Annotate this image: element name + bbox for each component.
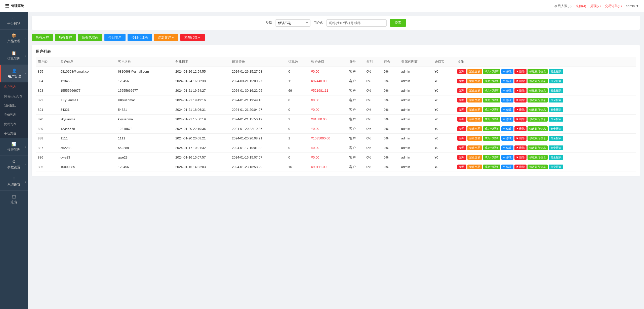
sidebar-item-customer-list[interactable]: 客户列表 [0, 82, 28, 92]
disable-button[interactable]: 禁用 [457, 117, 466, 122]
fund-report-button[interactable]: 资金报表 [549, 155, 563, 160]
bank-info-button[interactable]: 修改银行信息 [528, 136, 548, 141]
make-agent-button[interactable]: 成为代理商 [483, 69, 500, 74]
bank-info-button[interactable]: 修改银行信息 [528, 79, 548, 83]
make-agent-button[interactable]: 成为代理商 [483, 79, 500, 83]
sidebar-item-manual-recharge[interactable]: 手动充值 [0, 129, 28, 138]
sidebar-item-withdraw-list[interactable]: 提现列表 [0, 120, 28, 129]
delete-button[interactable]: ✖ 删除 [514, 88, 527, 93]
edit-button[interactable]: ✏ 修改 [501, 126, 513, 131]
all-users-button[interactable]: 所有用户 [32, 34, 53, 41]
add-customer-button[interactable]: 添加客户＋ [154, 34, 178, 41]
search-input[interactable] [326, 19, 387, 27]
admin-menu[interactable]: admin ▼ [626, 4, 639, 8]
make-agent-button[interactable]: 成为代理商 [483, 88, 500, 93]
fund-report-button[interactable]: 资金报表 [549, 69, 563, 74]
disable-button[interactable]: 禁用 [457, 107, 466, 112]
fund-report-button[interactable]: 资金报表 [549, 165, 563, 169]
add-agent-button[interactable]: 添加代理＋ [180, 34, 205, 41]
edit-button[interactable]: ✏ 修改 [501, 155, 513, 160]
ban-trade-button[interactable]: 禁止交易 [467, 117, 482, 122]
disable-button[interactable]: 禁用 [457, 145, 466, 150]
bank-info-button[interactable]: 修改银行信息 [528, 107, 548, 112]
all-customers-button[interactable]: 所有客户 [55, 34, 76, 41]
make-agent-button[interactable]: 成为代理商 [483, 165, 500, 169]
delete-button[interactable]: ✖ 删除 [514, 98, 527, 102]
search-button[interactable]: 搜索 [390, 19, 406, 27]
sidebar-item-report[interactable]: 📊 报表管理 › [0, 138, 28, 156]
disable-button[interactable]: 禁用 [457, 98, 466, 102]
edit-button[interactable]: ✏ 修改 [501, 117, 513, 122]
disable-button[interactable]: 禁用 [457, 79, 466, 83]
edit-button[interactable]: ✏ 修改 [501, 136, 513, 141]
today-agents-button[interactable]: 今日代理商 [128, 34, 152, 41]
ban-trade-button[interactable]: 禁止交易 [467, 145, 482, 150]
fund-report-button[interactable]: 资金报表 [549, 88, 563, 93]
ban-trade-button[interactable]: 禁止交易 [467, 79, 482, 83]
sidebar-item-realname-list[interactable]: 实名认证列表 [0, 92, 28, 101]
ban-trade-button[interactable]: 禁止交易 [467, 88, 482, 93]
disable-button[interactable]: 禁用 [457, 69, 466, 74]
edit-button[interactable]: ✏ 修改 [501, 98, 513, 102]
fund-report-button[interactable]: 资金报表 [549, 98, 563, 102]
bank-info-button[interactable]: 修改银行信息 [528, 155, 548, 160]
delete-button[interactable]: ✖ 删除 [514, 69, 527, 74]
edit-button[interactable]: ✏ 修改 [501, 107, 513, 112]
fund-report-button[interactable]: 资金报表 [549, 79, 563, 83]
sidebar-item-recharge-list[interactable]: 充值列表 [0, 110, 28, 120]
delete-button[interactable]: ✖ 删除 [514, 107, 527, 112]
delete-button[interactable]: ✖ 删除 [514, 126, 527, 131]
bank-info-button[interactable]: 修改银行信息 [528, 165, 548, 169]
sidebar-item-order[interactable]: 📋 订单管理 › [0, 47, 28, 65]
make-agent-button[interactable]: 成为代理商 [483, 117, 500, 122]
today-customers-button[interactable]: 今日客户 [104, 34, 126, 41]
sidebar-item-user[interactable]: 👤 用户管理 › [0, 65, 28, 82]
make-agent-button[interactable]: 成为代理商 [483, 155, 500, 160]
sidebar-item-product[interactable]: 📦 产品管理 › [0, 30, 28, 47]
bank-info-button[interactable]: 修改银行信息 [528, 126, 548, 131]
trade-order-badge[interactable]: 交易订单(1) [605, 4, 622, 8]
sidebar-item-logout[interactable]: ⬚ 退出 [0, 191, 28, 208]
delete-button[interactable]: ✖ 删除 [514, 79, 527, 83]
disable-button[interactable]: 禁用 [457, 126, 466, 131]
bank-info-button[interactable]: 修改银行信息 [528, 98, 548, 102]
delete-button[interactable]: ✖ 删除 [514, 117, 527, 122]
make-agent-button[interactable]: 成为代理商 [483, 98, 500, 102]
recharge-badge[interactable]: 充值(4) [576, 4, 586, 8]
edit-button[interactable]: ✏ 修改 [501, 145, 513, 150]
make-agent-button[interactable]: 成为代理商 [483, 136, 500, 141]
ban-trade-button[interactable]: 禁止交易 [467, 69, 482, 74]
menu-icon[interactable]: ☰ [5, 3, 9, 9]
make-agent-button[interactable]: 成为代理商 [483, 107, 500, 112]
disable-button[interactable]: 禁用 [457, 155, 466, 160]
sidebar-item-my-team[interactable]: 我的团队 [0, 101, 28, 110]
bank-info-button[interactable]: 修改银行信息 [528, 69, 548, 74]
bank-info-button[interactable]: 修改银行信息 [528, 88, 548, 93]
sidebar-item-system[interactable]: 🖥 系统设置 › [0, 173, 28, 191]
sidebar-item-platform[interactable]: ⊙ 平台概览 [0, 12, 28, 30]
edit-button[interactable]: ✏ 修改 [501, 69, 513, 74]
bank-info-button[interactable]: 修改银行信息 [528, 145, 548, 150]
make-agent-button[interactable]: 成为代理商 [483, 145, 500, 150]
ban-trade-button[interactable]: 禁止交易 [467, 126, 482, 131]
delete-button[interactable]: ✖ 删除 [514, 165, 527, 169]
all-agents-button[interactable]: 所有代理商 [78, 34, 102, 41]
edit-button[interactable]: ✏ 修改 [501, 165, 513, 169]
fund-report-button[interactable]: 资金报表 [549, 126, 563, 131]
bank-info-button[interactable]: 修改银行信息 [528, 117, 548, 122]
ban-trade-button[interactable]: 禁止交易 [467, 155, 482, 160]
type-select[interactable]: 默认不选 客户 代理商 [275, 19, 310, 27]
make-agent-button[interactable]: 成为代理商 [483, 126, 500, 131]
edit-button[interactable]: ✏ 修改 [501, 79, 513, 83]
disable-button[interactable]: 禁用 [457, 88, 466, 93]
delete-button[interactable]: ✖ 删除 [514, 155, 527, 160]
ban-trade-button[interactable]: 禁止交易 [467, 165, 482, 169]
disable-button[interactable]: 禁用 [457, 165, 466, 169]
sidebar-item-params[interactable]: ⚙ 参数设置 › [0, 156, 28, 173]
edit-button[interactable]: ✏ 修改 [501, 88, 513, 93]
disable-button[interactable]: 禁用 [457, 136, 466, 141]
delete-button[interactable]: ✖ 删除 [514, 136, 527, 141]
delete-button[interactable]: ✖ 删除 [514, 145, 527, 150]
withdraw-badge[interactable]: 提现(7) [590, 4, 601, 8]
fund-report-button[interactable]: 资金报表 [549, 107, 563, 112]
